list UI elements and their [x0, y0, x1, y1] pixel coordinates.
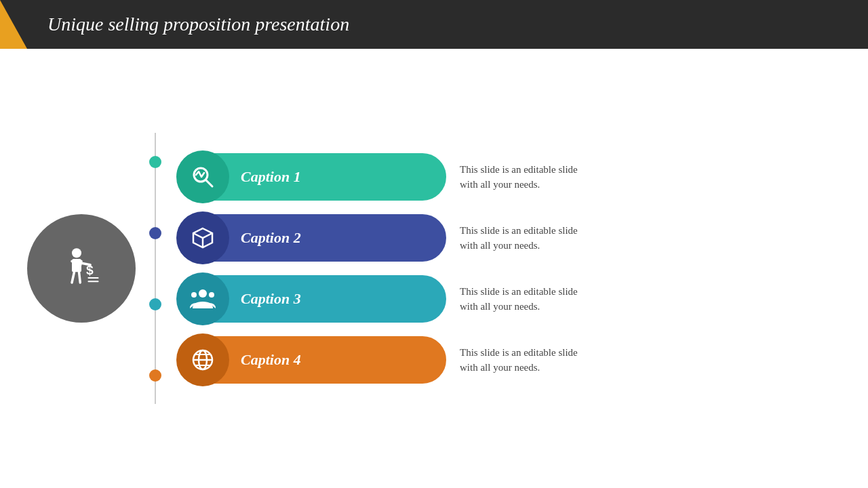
list-item: Caption 1 This slide is an editable slid… — [182, 153, 841, 201]
caption-icon-1 — [176, 150, 229, 203]
svg-point-14 — [191, 292, 197, 298]
search-activity-icon — [191, 165, 215, 189]
caption-pill-2: Caption 2 — [182, 214, 446, 262]
item-description-3: This slide is an editable slide with all… — [460, 284, 595, 314]
item-description-1: This slide is an editable slide with all… — [460, 162, 595, 192]
page-title: Unique selling proposition presentation — [47, 14, 349, 35]
caption-pill-3: Caption 3 — [182, 275, 446, 323]
users-icon — [190, 288, 216, 310]
timeline-dot-4 — [149, 369, 161, 382]
items-list: Caption 1 This slide is an editable slid… — [182, 153, 841, 384]
svg-text:$: $ — [86, 263, 94, 277]
caption-pill-1: Caption 1 — [182, 153, 446, 201]
svg-line-4 — [72, 272, 75, 283]
main-icon-circle: $ — [27, 214, 136, 323]
timeline-dot-3 — [149, 298, 161, 310]
timeline-dot-1 — [149, 156, 161, 168]
box-icon — [191, 226, 215, 250]
presenter-icon: $ — [58, 245, 105, 292]
svg-point-15 — [209, 292, 214, 298]
list-item: Caption 2 This slide is an editable slid… — [182, 214, 841, 262]
caption-icon-2 — [176, 211, 229, 264]
caption-pill-4: Caption 4 — [182, 336, 446, 384]
svg-point-13 — [199, 289, 207, 298]
list-item: Caption 3 This slide is an editable slid… — [182, 275, 841, 323]
caption-icon-4 — [176, 333, 229, 386]
caption-icon-3 — [176, 272, 229, 325]
timeline-dot-2 — [149, 227, 161, 239]
svg-line-5 — [79, 272, 81, 283]
header: Unique selling proposition presentation — [0, 0, 868, 49]
list-item: Caption 4 This slide is an editable slid… — [182, 336, 841, 384]
item-description-4: This slide is an editable slide with all… — [460, 345, 595, 375]
svg-point-0 — [72, 248, 81, 258]
header-triangle-decoration — [0, 0, 27, 49]
svg-line-10 — [206, 180, 212, 186]
main-content: $ — [0, 49, 868, 488]
item-description-2: This slide is an editable slide with all… — [460, 223, 595, 253]
globe-icon — [191, 348, 215, 372]
